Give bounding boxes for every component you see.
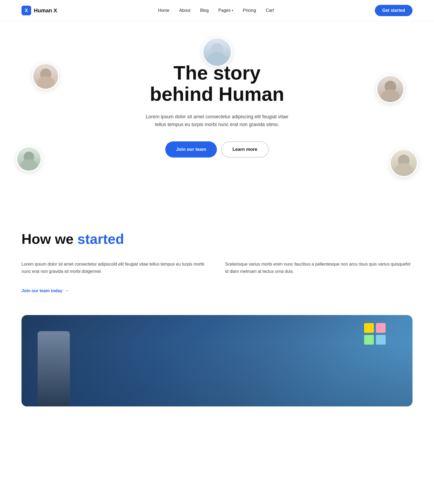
meeting-person-1 xyxy=(38,331,70,406)
sticky-note-yellow xyxy=(364,323,374,333)
logo-icon: X xyxy=(21,6,31,15)
nav-pricing[interactable]: Pricing xyxy=(243,8,256,13)
meeting-person-2 xyxy=(78,342,110,406)
team-photo xyxy=(21,315,413,406)
avatar-bottom-left xyxy=(16,146,42,172)
sticky-note-blue xyxy=(376,335,386,345)
logo[interactable]: X Human X xyxy=(21,6,57,15)
nav-cart[interactable]: Cart xyxy=(266,8,274,13)
join-team-button[interactable]: Join our team xyxy=(165,141,217,158)
how-text-right: Scelerisque varius morbi enim nunc fauci… xyxy=(225,260,413,275)
how-grid: Lorem ipsum dolor sit amet consectetur a… xyxy=(21,260,413,275)
sticky-note-green xyxy=(364,335,374,345)
join-team-today-link[interactable]: Join our team today → xyxy=(21,288,69,294)
office-decoration xyxy=(364,323,386,345)
nav-about[interactable]: About xyxy=(179,8,191,13)
avatar-bottom-right xyxy=(390,149,418,177)
sticky-note-pink xyxy=(376,323,386,333)
avatar-top-left xyxy=(32,63,59,90)
hero-buttons: Join our team Learn more xyxy=(165,141,268,158)
nav-links: Home About Blog Pages ▾ Pricing Cart xyxy=(158,8,274,13)
how-section: How we started Lorem ipsum dolor sit ame… xyxy=(0,204,434,310)
chevron-down-icon: ▾ xyxy=(232,9,233,12)
how-text-left: Lorem ipsum dolor sit amet consectetur a… xyxy=(21,260,209,275)
arrow-right-icon: → xyxy=(64,288,69,294)
photo-section xyxy=(0,310,434,406)
get-started-button[interactable]: Get started xyxy=(375,5,413,16)
nav-home[interactable]: Home xyxy=(158,8,170,13)
hero-subtitle: Lorem ipsum dolor sit amet consectetur a… xyxy=(145,113,290,128)
avatar-top-right xyxy=(376,75,404,103)
meeting-people xyxy=(21,315,413,406)
brand-name: Human X xyxy=(34,8,57,14)
nav-pages[interactable]: Pages ▾ xyxy=(218,8,233,13)
how-title: How we started xyxy=(21,231,413,247)
nav-blog[interactable]: Blog xyxy=(200,8,209,13)
hero-section: The story behind Human Lorem ipsum dolor… xyxy=(0,21,434,204)
learn-more-button[interactable]: Learn more xyxy=(221,141,269,158)
avatar-top-center xyxy=(202,37,232,67)
hero-title: The story behind Human xyxy=(150,62,284,105)
navbar: X Human X Home About Blog Pages ▾ Pricin… xyxy=(0,0,434,21)
